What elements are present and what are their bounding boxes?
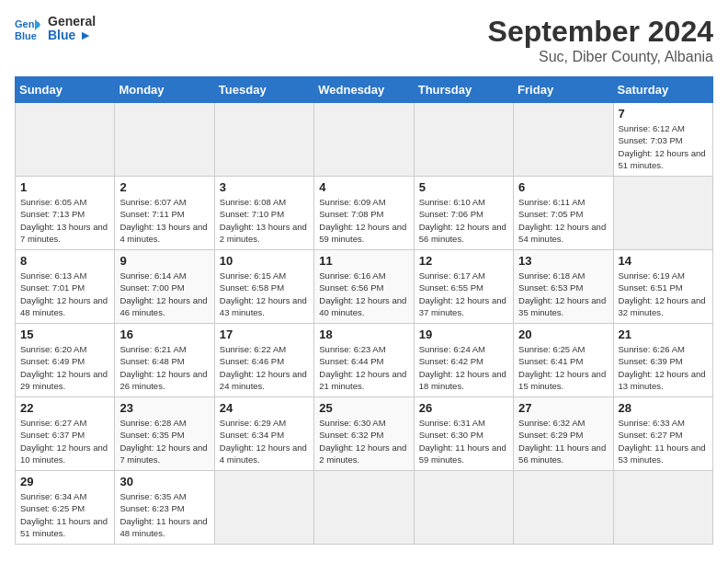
- title-area: September 2024 Suc, Diber County, Albani…: [488, 15, 713, 65]
- svg-text:Blue: Blue: [15, 30, 37, 41]
- logo-text: General: [48, 15, 96, 29]
- day-number: 20: [518, 327, 608, 341]
- calendar-day-cell: 26Sunrise: 6:31 AMSunset: 6:30 PMDayligh…: [414, 397, 513, 471]
- calendar-day-cell: 18Sunrise: 6:23 AMSunset: 6:44 PMDayligh…: [314, 324, 414, 397]
- calendar-day-cell: [514, 103, 613, 177]
- calendar-day-cell: 29Sunrise: 6:34 AMSunset: 6:25 PMDayligh…: [16, 471, 115, 545]
- calendar-day-cell: [414, 103, 513, 177]
- day-number: 13: [518, 254, 608, 268]
- day-number: 14: [619, 254, 708, 268]
- month-title: September 2024: [488, 15, 713, 49]
- day-number: 6: [518, 180, 608, 194]
- calendar-day-cell: 8Sunrise: 6:13 AMSunset: 7:01 PMDaylight…: [16, 250, 115, 324]
- calendar-day-cell: [514, 471, 613, 545]
- day-detail: Sunrise: 6:07 AMSunset: 7:11 PMDaylight:…: [119, 196, 209, 245]
- calendar-week-row: 8Sunrise: 6:13 AMSunset: 7:01 PMDaylight…: [16, 250, 713, 324]
- day-detail: Sunrise: 6:22 AMSunset: 6:46 PMDaylight:…: [220, 343, 309, 392]
- calendar-day-cell: 5Sunrise: 6:10 AMSunset: 7:06 PMDaylight…: [414, 177, 513, 250]
- day-number: 5: [419, 180, 508, 194]
- day-detail: Sunrise: 6:08 AMSunset: 7:10 PMDaylight:…: [220, 196, 309, 245]
- calendar-day-cell: 11Sunrise: 6:16 AMSunset: 6:56 PMDayligh…: [314, 250, 414, 324]
- day-detail: Sunrise: 6:25 AMSunset: 6:41 PMDaylight:…: [518, 343, 608, 392]
- day-detail: Sunrise: 6:14 AMSunset: 7:00 PMDaylight:…: [119, 270, 209, 318]
- calendar-week-row: 1Sunrise: 6:05 AMSunset: 7:13 PMDaylight…: [16, 177, 713, 250]
- calendar-day-cell: 28Sunrise: 6:33 AMSunset: 6:27 PMDayligh…: [613, 397, 712, 471]
- day-number: 27: [518, 401, 608, 415]
- day-number: 2: [119, 180, 209, 194]
- day-detail: Sunrise: 6:34 AMSunset: 6:25 PMDaylight:…: [20, 490, 109, 539]
- weekday-header-sunday: Sunday: [16, 77, 115, 103]
- logo-text2: Blue ►: [48, 29, 96, 42]
- calendar-day-cell: 12Sunrise: 6:17 AMSunset: 6:55 PMDayligh…: [414, 250, 513, 324]
- day-detail: Sunrise: 6:15 AMSunset: 6:58 PMDaylight:…: [220, 270, 309, 318]
- day-number: 8: [20, 254, 109, 268]
- calendar-day-cell: 15Sunrise: 6:20 AMSunset: 6:49 PMDayligh…: [16, 324, 115, 397]
- day-detail: Sunrise: 6:13 AMSunset: 7:01 PMDaylight:…: [20, 270, 109, 318]
- day-number: 30: [119, 475, 209, 488]
- logo-icon: General Blue: [15, 16, 40, 41]
- calendar-week-row: 15Sunrise: 6:20 AMSunset: 6:49 PMDayligh…: [16, 324, 713, 397]
- weekday-header-friday: Friday: [514, 77, 613, 103]
- day-number: 28: [619, 401, 708, 415]
- day-detail: Sunrise: 6:27 AMSunset: 6:37 PMDaylight:…: [20, 417, 109, 465]
- day-number: 11: [319, 254, 408, 268]
- weekday-header-thursday: Thursday: [414, 77, 513, 103]
- day-number: 15: [20, 327, 109, 341]
- calendar-day-cell: 7Sunrise: 6:12 AMSunset: 7:03 PMDaylight…: [613, 103, 712, 177]
- calendar-day-cell: 3Sunrise: 6:08 AMSunset: 7:10 PMDaylight…: [214, 177, 313, 250]
- day-number: 1: [20, 180, 109, 194]
- calendar-day-cell: [613, 177, 712, 250]
- day-detail: Sunrise: 6:28 AMSunset: 6:35 PMDaylight:…: [119, 417, 209, 465]
- day-detail: Sunrise: 6:30 AMSunset: 6:32 PMDaylight:…: [319, 417, 408, 465]
- day-number: 29: [20, 475, 109, 488]
- day-number: 25: [319, 401, 408, 415]
- day-detail: Sunrise: 6:12 AMSunset: 7:03 PMDaylight:…: [619, 122, 708, 171]
- day-detail: Sunrise: 6:26 AMSunset: 6:39 PMDaylight:…: [619, 343, 708, 392]
- day-detail: Sunrise: 6:10 AMSunset: 7:06 PMDaylight:…: [419, 196, 508, 245]
- day-number: 10: [220, 254, 309, 268]
- day-number: 22: [20, 401, 109, 415]
- calendar-day-cell: [16, 103, 115, 177]
- calendar-day-cell: 2Sunrise: 6:07 AMSunset: 7:11 PMDaylight…: [115, 177, 214, 250]
- day-detail: Sunrise: 6:18 AMSunset: 6:53 PMDaylight:…: [518, 270, 608, 318]
- day-number: 26: [419, 401, 508, 415]
- weekday-header-tuesday: Tuesday: [214, 77, 313, 103]
- calendar-day-cell: 19Sunrise: 6:24 AMSunset: 6:42 PMDayligh…: [414, 324, 513, 397]
- logo: General Blue General Blue ►: [15, 15, 96, 43]
- day-number: 24: [220, 401, 309, 415]
- day-detail: Sunrise: 6:35 AMSunset: 6:23 PMDaylight:…: [119, 490, 209, 539]
- calendar-day-cell: 9Sunrise: 6:14 AMSunset: 7:00 PMDaylight…: [115, 250, 214, 324]
- calendar-day-cell: [115, 103, 214, 177]
- day-number: 9: [119, 254, 209, 268]
- page-header: General Blue General Blue ► September 20…: [15, 15, 713, 65]
- calendar-week-row: 7Sunrise: 6:12 AMSunset: 7:03 PMDaylight…: [16, 103, 713, 177]
- day-detail: Sunrise: 6:19 AMSunset: 6:51 PMDaylight:…: [619, 270, 708, 318]
- calendar-day-cell: 10Sunrise: 6:15 AMSunset: 6:58 PMDayligh…: [214, 250, 313, 324]
- calendar-day-cell: [214, 471, 313, 545]
- calendar-day-cell: 22Sunrise: 6:27 AMSunset: 6:37 PMDayligh…: [16, 397, 115, 471]
- day-detail: Sunrise: 6:09 AMSunset: 7:08 PMDaylight:…: [319, 196, 408, 245]
- calendar-day-cell: 21Sunrise: 6:26 AMSunset: 6:39 PMDayligh…: [613, 324, 712, 397]
- day-detail: Sunrise: 6:32 AMSunset: 6:29 PMDaylight:…: [518, 417, 608, 465]
- calendar-day-cell: 30Sunrise: 6:35 AMSunset: 6:23 PMDayligh…: [115, 471, 214, 545]
- day-number: 18: [319, 327, 408, 341]
- day-number: 4: [319, 180, 408, 194]
- calendar-day-cell: 23Sunrise: 6:28 AMSunset: 6:35 PMDayligh…: [115, 397, 214, 471]
- calendar-day-cell: 25Sunrise: 6:30 AMSunset: 6:32 PMDayligh…: [314, 397, 414, 471]
- calendar-day-cell: 6Sunrise: 6:11 AMSunset: 7:05 PMDaylight…: [514, 177, 613, 250]
- calendar-day-cell: 20Sunrise: 6:25 AMSunset: 6:41 PMDayligh…: [514, 324, 613, 397]
- calendar-day-cell: 4Sunrise: 6:09 AMSunset: 7:08 PMDaylight…: [314, 177, 414, 250]
- weekday-header-monday: Monday: [115, 77, 214, 103]
- calendar-day-cell: [613, 471, 712, 545]
- weekday-header-saturday: Saturday: [613, 77, 712, 103]
- calendar-day-cell: [214, 103, 313, 177]
- location-subtitle: Suc, Diber County, Albania: [488, 49, 713, 65]
- calendar-table: SundayMondayTuesdayWednesdayThursdayFrid…: [15, 76, 713, 545]
- day-detail: Sunrise: 6:16 AMSunset: 6:56 PMDaylight:…: [319, 270, 408, 318]
- day-detail: Sunrise: 6:20 AMSunset: 6:49 PMDaylight:…: [20, 343, 109, 392]
- day-detail: Sunrise: 6:17 AMSunset: 6:55 PMDaylight:…: [419, 270, 508, 318]
- day-detail: Sunrise: 6:29 AMSunset: 6:34 PMDaylight:…: [220, 417, 309, 465]
- calendar-day-cell: 27Sunrise: 6:32 AMSunset: 6:29 PMDayligh…: [514, 397, 613, 471]
- day-number: 12: [419, 254, 508, 268]
- day-number: 17: [220, 327, 309, 341]
